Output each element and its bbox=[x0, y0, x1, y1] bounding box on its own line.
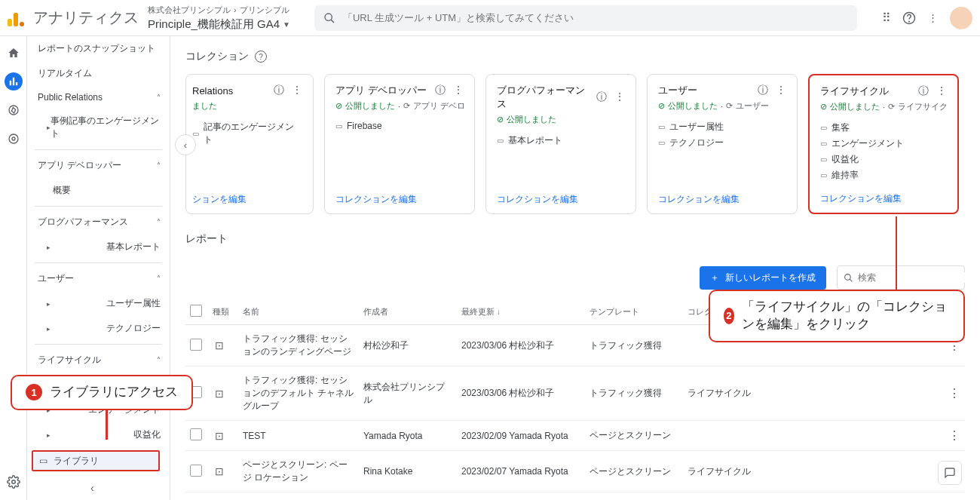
cards-scroll-left[interactable]: ‹ bbox=[175, 134, 196, 155]
global-search[interactable] bbox=[314, 5, 857, 31]
more-vert-icon[interactable]: ⋮ bbox=[928, 12, 938, 23]
rail-admin-icon[interactable] bbox=[5, 473, 23, 491]
property-selector[interactable]: Principle_機能検証用 GA4 ▼ bbox=[148, 17, 290, 32]
cell-updated: 2023/02/09 Yamada Ryota bbox=[457, 421, 585, 451]
check-icon: ⊘ bbox=[335, 101, 342, 111]
svg-line-1 bbox=[331, 20, 334, 23]
nav-realtime[interactable]: リアルタイム bbox=[27, 61, 170, 86]
nav-item-tech[interactable]: テクノロジー bbox=[27, 316, 170, 341]
info-icon[interactable]: ⓘ bbox=[596, 90, 607, 104]
card-item: 維持率 bbox=[820, 167, 947, 183]
help-tooltip-icon[interactable]: ? bbox=[255, 51, 267, 63]
col-name[interactable]: 名前 bbox=[238, 299, 359, 325]
nav-section-public-relations[interactable]: Public Relations˄ bbox=[27, 86, 170, 109]
rail-explore-icon[interactable] bbox=[5, 101, 23, 119]
collection-card[interactable]: ブログパフォーマンスⓘ⋮ ⊘公開しました 基本レポート コレクションを編集 bbox=[485, 74, 636, 214]
row-checkbox[interactable] bbox=[190, 339, 202, 351]
cell-template: トラフィック獲得 bbox=[585, 367, 683, 421]
more-vert-icon[interactable]: ⋮ bbox=[614, 90, 625, 104]
more-vert-icon[interactable]: ⋮ bbox=[776, 84, 786, 97]
edit-collection-link[interactable]: コレクションを編集 bbox=[497, 187, 625, 206]
collection-card-lifecycle[interactable]: ライフサイクルⓘ⋮ ⊘公開しました·⟳ライフサイクル 集客 エンゲージメント 収… bbox=[808, 74, 959, 214]
cell-collection: ライフサイクル bbox=[683, 492, 773, 501]
select-all-checkbox[interactable] bbox=[190, 305, 202, 317]
check-icon: ⊘ bbox=[658, 101, 665, 111]
nav-item-mon[interactable]: 収益化 bbox=[27, 422, 170, 447]
apps-icon[interactable]: ⠿ bbox=[882, 11, 890, 25]
nav-item-engagement[interactable]: 事例記事のエンゲージメント bbox=[27, 109, 170, 146]
nav-library[interactable]: ▭ ライブラリ bbox=[32, 450, 160, 471]
report-type-icon: ⊡ bbox=[213, 387, 226, 400]
collection-card[interactable]: ユーザーⓘ⋮ ⊘公開しました·⟳ユーザー ユーザー属性 テクノロジー コレクショ… bbox=[647, 74, 798, 214]
svg-point-9 bbox=[9, 134, 18, 143]
nav-snapshot[interactable]: レポートのスナップショット bbox=[27, 36, 170, 61]
help-icon[interactable] bbox=[902, 11, 916, 25]
property-name: Principle_機能検証用 GA4 bbox=[148, 17, 280, 32]
cell-name: トラフィック獲得: セッションのランディングページ bbox=[238, 325, 359, 367]
row-more-button[interactable]: ⋮ bbox=[942, 492, 965, 501]
header-actions: ⠿ ⋮ bbox=[882, 7, 972, 29]
rail-home-icon[interactable] bbox=[5, 44, 23, 62]
edit-collection-link[interactable]: コレクションを編集 bbox=[820, 186, 947, 205]
nav-section-blog[interactable]: ブログパフォーマンス˄ bbox=[27, 210, 170, 235]
account-avatar[interactable] bbox=[950, 7, 972, 29]
collection-card[interactable]: Relationsⓘ⋮ ました 記事のエンゲージメント ションを編集 bbox=[185, 74, 314, 214]
edit-collection-link[interactable]: コレクションを編集 bbox=[335, 187, 464, 206]
rail-advertising-icon[interactable] bbox=[5, 130, 23, 148]
nav-item-user-attr[interactable]: ユーザー属性 bbox=[27, 291, 170, 316]
collection-card[interactable]: アプリ デベロッパーⓘ⋮ ⊘公開しました·⟳アプリ デベロッ… Firebase… bbox=[324, 74, 475, 214]
nav-library-label: ライブラリ bbox=[54, 455, 99, 468]
edit-collection-link[interactable]: コレクションを編集 bbox=[658, 187, 786, 206]
more-vert-icon[interactable]: ⋮ bbox=[936, 84, 947, 98]
row-more-button[interactable]: ⋮ bbox=[942, 421, 965, 451]
svg-point-3 bbox=[909, 21, 910, 22]
more-vert-icon[interactable]: ⋮ bbox=[292, 84, 302, 97]
card-item: テクノロジー bbox=[658, 135, 786, 151]
info-icon[interactable]: ⓘ bbox=[274, 84, 284, 97]
side-nav: レポートのスナップショット リアルタイム Public Relations˄ 事… bbox=[27, 36, 170, 500]
feedback-button[interactable] bbox=[938, 461, 962, 485]
table-row[interactable]: ⊡ページとスクリーン: ページ ロケーションRina Kotake2023/02… bbox=[185, 451, 965, 492]
nav-item-basic-report[interactable]: 基本レポート bbox=[27, 235, 170, 259]
row-more-button[interactable]: ⋮ bbox=[942, 367, 965, 421]
card-title: ユーザー bbox=[658, 84, 697, 97]
cell-desc bbox=[773, 451, 942, 492]
row-checkbox[interactable] bbox=[190, 428, 202, 440]
nav-item-overview1[interactable]: 概要 bbox=[27, 178, 170, 203]
col-template[interactable]: テンプレート bbox=[585, 299, 683, 325]
new-report-button[interactable]: ＋新しいレポートを作成 bbox=[700, 266, 826, 290]
property-block[interactable]: 株式会社プリンシプル › プリンシプル Principle_機能検証用 GA4 … bbox=[148, 5, 290, 32]
info-icon[interactable]: ⓘ bbox=[918, 84, 929, 98]
rail-reports-icon[interactable] bbox=[5, 72, 23, 90]
cell-desc bbox=[773, 367, 942, 421]
report-type-icon: ⊡ bbox=[213, 339, 226, 352]
more-vert-icon[interactable]: ⋮ bbox=[453, 84, 464, 97]
annotation-text: 「ライフサイクル」の「コレクションを編集」をクリック bbox=[742, 299, 950, 333]
breadcrumb: 株式会社プリンシプル › プリンシプル bbox=[148, 5, 290, 16]
edit-collection-link[interactable]: ションを編集 bbox=[192, 187, 302, 206]
card-status: ました bbox=[192, 100, 302, 112]
cell-author: 株式会社プリンシプル bbox=[359, 367, 457, 421]
table-row[interactable]: ⊞集客サマリー株式会社プリンシプル2023/01/08 株式会社プリンシプルライ… bbox=[185, 492, 965, 501]
card-status: ⊘公開しました·⟳ライフサイクル bbox=[820, 101, 947, 112]
search-input[interactable] bbox=[343, 12, 848, 23]
cell-collection: ライフサイクル bbox=[683, 367, 773, 421]
col-author[interactable]: 作成者 bbox=[359, 299, 457, 325]
cell-author: 株式会社プリンシプル bbox=[359, 492, 457, 501]
svg-rect-4 bbox=[9, 81, 11, 85]
nav-section-app-dev[interactable]: アプリ デベロッパー˄ bbox=[27, 153, 170, 178]
info-icon[interactable]: ⓘ bbox=[435, 84, 446, 97]
table-search[interactable] bbox=[837, 265, 965, 290]
table-row[interactable]: ⊡TESTYamada Ryota2023/02/09 Yamada Ryota… bbox=[185, 421, 965, 451]
info-icon[interactable]: ⓘ bbox=[758, 84, 768, 97]
search-icon bbox=[323, 12, 335, 24]
cell-updated: 2023/02/07 Yamada Ryota bbox=[457, 451, 585, 492]
nav-section-user[interactable]: ユーザー˄ bbox=[27, 266, 170, 291]
table-search-input[interactable] bbox=[858, 272, 971, 283]
col-updated[interactable]: 最終更新 bbox=[457, 299, 585, 325]
nav-section-lifecycle[interactable]: ライフサイクル˄ bbox=[27, 348, 170, 373]
collapse-nav-button[interactable]: ‹ bbox=[90, 482, 94, 494]
row-checkbox[interactable] bbox=[190, 465, 202, 477]
table-row[interactable]: ⊡トラフィック獲得: セッションのデフォルト チャネル グループ株式会社プリンシ… bbox=[185, 367, 965, 421]
card-title: ブログパフォーマンス bbox=[497, 84, 592, 111]
